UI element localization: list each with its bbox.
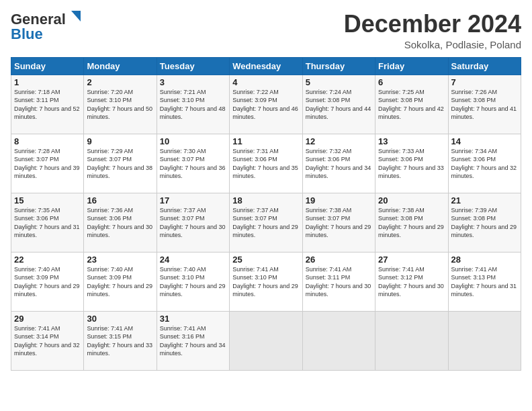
day-info: Sunrise: 7:22 AMSunset: 3:09 PMDaylight:…: [232, 88, 299, 122]
calendar-cell: 18Sunrise: 7:37 AMSunset: 3:07 PMDayligh…: [230, 193, 302, 252]
calendar-week-1: 1Sunrise: 7:18 AMSunset: 3:11 PMDaylight…: [11, 75, 521, 134]
day-info: Sunrise: 7:41 AMSunset: 3:15 PMDaylight:…: [87, 324, 153, 358]
day-number: 2: [87, 77, 153, 87]
logo-blue: Blue: [11, 26, 43, 43]
calendar-cell: 31Sunrise: 7:41 AMSunset: 3:16 PMDayligh…: [157, 311, 229, 370]
calendar-header-row: Sunday Monday Tuesday Wednesday Thursday…: [11, 57, 521, 75]
day-number: 21: [451, 195, 518, 205]
calendar-cell: 11Sunrise: 7:31 AMSunset: 3:06 PMDayligh…: [230, 134, 302, 193]
calendar-cell: 1Sunrise: 7:18 AMSunset: 3:11 PMDaylight…: [11, 75, 84, 134]
day-info: Sunrise: 7:38 AMSunset: 3:08 PMDaylight:…: [378, 206, 445, 240]
calendar-cell: 21Sunrise: 7:39 AMSunset: 3:08 PMDayligh…: [448, 193, 521, 252]
day-number: 6: [378, 77, 445, 87]
calendar-cell: 8Sunrise: 7:28 AMSunset: 3:07 PMDaylight…: [11, 134, 84, 193]
day-number: 18: [232, 195, 299, 205]
day-number: 4: [232, 77, 299, 87]
calendar-cell: 2Sunrise: 7:20 AMSunset: 3:10 PMDaylight…: [84, 75, 157, 134]
day-info: Sunrise: 7:30 AMSunset: 3:07 PMDaylight:…: [160, 147, 226, 181]
col-saturday: Saturday: [448, 57, 521, 75]
day-number: 5: [306, 77, 372, 87]
calendar-week-3: 15Sunrise: 7:35 AMSunset: 3:06 PMDayligh…: [11, 193, 521, 252]
calendar-cell: 4Sunrise: 7:22 AMSunset: 3:09 PMDaylight…: [230, 75, 302, 134]
day-info: Sunrise: 7:31 AMSunset: 3:06 PMDaylight:…: [232, 147, 299, 181]
day-info: Sunrise: 7:41 AMSunset: 3:13 PMDaylight:…: [451, 265, 518, 299]
calendar-cell: 17Sunrise: 7:37 AMSunset: 3:07 PMDayligh…: [157, 193, 229, 252]
day-info: Sunrise: 7:38 AMSunset: 3:07 PMDaylight:…: [306, 206, 372, 240]
col-friday: Friday: [375, 57, 448, 75]
title-block: December 2024 Sokolka, Podlasie, Poland: [344, 11, 521, 50]
calendar-week-5: 29Sunrise: 7:41 AMSunset: 3:14 PMDayligh…: [11, 311, 521, 370]
page-container: General Blue December 2024 Sokolka, Podl…: [0, 0, 532, 411]
col-monday: Monday: [84, 57, 157, 75]
day-info: Sunrise: 7:33 AMSunset: 3:06 PMDaylight:…: [378, 147, 445, 181]
day-number: 30: [87, 314, 153, 324]
calendar-cell: 28Sunrise: 7:41 AMSunset: 3:13 PMDayligh…: [448, 252, 521, 311]
calendar-cell: 16Sunrise: 7:36 AMSunset: 3:06 PMDayligh…: [84, 193, 157, 252]
calendar-cell: 29Sunrise: 7:41 AMSunset: 3:14 PMDayligh…: [11, 311, 84, 370]
col-sunday: Sunday: [11, 57, 84, 75]
calendar-cell: 10Sunrise: 7:30 AMSunset: 3:07 PMDayligh…: [157, 134, 229, 193]
day-info: Sunrise: 7:39 AMSunset: 3:08 PMDaylight:…: [451, 206, 518, 240]
day-info: Sunrise: 7:41 AMSunset: 3:14 PMDaylight:…: [14, 324, 81, 358]
day-info: Sunrise: 7:18 AMSunset: 3:11 PMDaylight:…: [14, 88, 81, 122]
col-wednesday: Wednesday: [230, 57, 302, 75]
header: General Blue December 2024 Sokolka, Podl…: [11, 11, 521, 50]
day-number: 7: [451, 77, 518, 87]
day-info: Sunrise: 7:40 AMSunset: 3:09 PMDaylight:…: [87, 265, 153, 299]
day-number: 27: [378, 255, 445, 265]
calendar-cell: 27Sunrise: 7:41 AMSunset: 3:12 PMDayligh…: [375, 252, 448, 311]
day-number: 16: [87, 195, 153, 205]
calendar-cell: [230, 311, 302, 370]
calendar-cell: 19Sunrise: 7:38 AMSunset: 3:07 PMDayligh…: [302, 193, 375, 252]
month-title: December 2024: [344, 11, 521, 38]
day-info: Sunrise: 7:41 AMSunset: 3:11 PMDaylight:…: [306, 265, 372, 299]
calendar-cell: 5Sunrise: 7:24 AMSunset: 3:08 PMDaylight…: [302, 75, 375, 134]
day-info: Sunrise: 7:37 AMSunset: 3:07 PMDaylight:…: [160, 206, 226, 240]
day-info: Sunrise: 7:26 AMSunset: 3:08 PMDaylight:…: [451, 88, 518, 122]
day-number: 19: [306, 195, 372, 205]
calendar-cell: 9Sunrise: 7:29 AMSunset: 3:07 PMDaylight…: [84, 134, 157, 193]
day-info: Sunrise: 7:28 AMSunset: 3:07 PMDaylight:…: [14, 147, 81, 181]
day-info: Sunrise: 7:32 AMSunset: 3:06 PMDaylight:…: [306, 147, 372, 181]
day-number: 29: [14, 314, 81, 324]
calendar-cell: 23Sunrise: 7:40 AMSunset: 3:09 PMDayligh…: [84, 252, 157, 311]
day-info: Sunrise: 7:41 AMSunset: 3:16 PMDaylight:…: [160, 324, 226, 358]
calendar-cell: 20Sunrise: 7:38 AMSunset: 3:08 PMDayligh…: [375, 193, 448, 252]
day-number: 26: [306, 255, 372, 265]
day-number: 11: [232, 136, 299, 146]
calendar-cell: 13Sunrise: 7:33 AMSunset: 3:06 PMDayligh…: [375, 134, 448, 193]
day-number: 24: [160, 255, 226, 265]
calendar-cell: 25Sunrise: 7:41 AMSunset: 3:10 PMDayligh…: [230, 252, 302, 311]
day-info: Sunrise: 7:29 AMSunset: 3:07 PMDaylight:…: [87, 147, 153, 181]
day-number: 8: [14, 136, 81, 146]
day-info: Sunrise: 7:41 AMSunset: 3:10 PMDaylight:…: [232, 265, 299, 299]
col-tuesday: Tuesday: [157, 57, 229, 75]
calendar-cell: [302, 311, 375, 370]
day-number: 20: [378, 195, 445, 205]
day-info: Sunrise: 7:36 AMSunset: 3:06 PMDaylight:…: [87, 206, 153, 240]
day-number: 28: [451, 255, 518, 265]
day-info: Sunrise: 7:40 AMSunset: 3:10 PMDaylight:…: [160, 265, 226, 299]
day-number: 1: [14, 77, 81, 87]
day-number: 13: [378, 136, 445, 146]
calendar-cell: [375, 311, 448, 370]
calendar-cell: 22Sunrise: 7:40 AMSunset: 3:09 PMDayligh…: [11, 252, 84, 311]
calendar-body: 1Sunrise: 7:18 AMSunset: 3:11 PMDaylight…: [11, 75, 521, 370]
day-number: 31: [160, 314, 226, 324]
calendar-week-2: 8Sunrise: 7:28 AMSunset: 3:07 PMDaylight…: [11, 134, 521, 193]
col-thursday: Thursday: [302, 57, 375, 75]
day-info: Sunrise: 7:40 AMSunset: 3:09 PMDaylight:…: [14, 265, 81, 299]
calendar-week-4: 22Sunrise: 7:40 AMSunset: 3:09 PMDayligh…: [11, 252, 521, 311]
day-number: 17: [160, 195, 226, 205]
calendar-cell: 6Sunrise: 7:25 AMSunset: 3:08 PMDaylight…: [375, 75, 448, 134]
day-number: 9: [87, 136, 153, 146]
day-info: Sunrise: 7:35 AMSunset: 3:06 PMDaylight:…: [14, 206, 81, 240]
day-number: 10: [160, 136, 226, 146]
calendar-cell: 15Sunrise: 7:35 AMSunset: 3:06 PMDayligh…: [11, 193, 84, 252]
logo-arrow-icon: [69, 9, 83, 27]
day-info: Sunrise: 7:34 AMSunset: 3:06 PMDaylight:…: [451, 147, 518, 181]
day-number: 25: [232, 255, 299, 265]
calendar-table: Sunday Monday Tuesday Wednesday Thursday…: [11, 57, 521, 371]
day-number: 3: [160, 77, 226, 87]
calendar-cell: 24Sunrise: 7:40 AMSunset: 3:10 PMDayligh…: [157, 252, 229, 311]
